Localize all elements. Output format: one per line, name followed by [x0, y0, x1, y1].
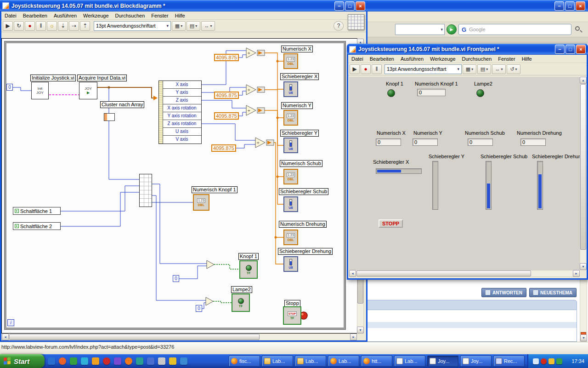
fp-maximize-button[interactable]: □ — [565, 45, 575, 54]
front-panel-canvas[interactable]: Knopf 1 Numerisch Knopf 1 0 Lampe2 Numer… — [349, 77, 580, 270]
distribute-objects-dropdown[interactable]: ▤▾ — [187, 21, 200, 31]
numeric-constant[interactable]: 4095.875 — [214, 92, 239, 99]
scroll-up-button[interactable]: ▴ — [580, 77, 587, 84]
numerisch-knopf-field[interactable]: 0 — [417, 89, 446, 96]
numeric-constant-zero[interactable]: 0 — [196, 305, 202, 312]
quicklaunch-icon[interactable] — [180, 357, 187, 365]
scroll-thumb[interactable] — [9, 334, 260, 340]
fp-close-button[interactable]: × — [576, 45, 586, 54]
menu-hilfe[interactable]: Hilfe — [172, 12, 188, 19]
knopf1-led[interactable] — [387, 89, 395, 97]
axis-row[interactable]: X axis — [159, 81, 201, 89]
numerisch-schub-field[interactable]: 0 — [468, 138, 493, 146]
acquire-input-data-vi[interactable]: JOY ▶ — [79, 82, 97, 99]
scroll-left-button[interactable]: ◂ — [2, 334, 9, 340]
scroll-down-button[interactable]: ▾ — [357, 327, 364, 334]
menu-fenster[interactable]: Fenster — [495, 55, 518, 63]
lampe2-label[interactable]: Lampe2 — [231, 286, 252, 293]
numerisch-schub-label[interactable]: Numerisch Schub — [280, 160, 322, 167]
numerisch-knopf-label[interactable]: Numerisch Knopf 1 — [192, 186, 237, 193]
menu-ausfuehren[interactable]: Ausführen — [51, 12, 80, 19]
task-button[interactable]: htt... — [361, 356, 392, 367]
numeric-constant[interactable]: 4095.875 — [214, 112, 239, 120]
resize-objects-dropdown[interactable]: ↔▾ — [492, 64, 506, 74]
task-button[interactable]: Rec... — [493, 356, 525, 367]
cluster-to-array-node[interactable] — [104, 113, 115, 121]
task-button-active[interactable]: Joy... — [427, 356, 458, 367]
axis-row[interactable]: Y axis — [159, 89, 201, 97]
menu-datei[interactable]: Datei — [1, 12, 20, 19]
task-button[interactable]: fisc... — [229, 356, 260, 367]
stopp-label[interactable]: Stopp — [284, 300, 300, 307]
pause-button[interactable]: ‖ — [372, 64, 382, 74]
quicklaunch-icon[interactable] — [158, 357, 165, 365]
quicklaunch-icon[interactable] — [70, 357, 77, 365]
numerisch-schub-terminal[interactable]: 1.23 DBL — [283, 169, 298, 184]
numerisch-y-terminal[interactable]: 1.23 DBL — [283, 110, 298, 126]
font-selector-dropdown[interactable]: 13pt Anwendungsschriftart ▾ — [94, 21, 171, 31]
scroll-thumb[interactable] — [356, 270, 531, 276]
numerisch-knopf-terminal[interactable]: 1.23 DBL — [193, 194, 209, 211]
scroll-down-button[interactable]: ▾ — [580, 334, 587, 341]
lampe2-terminal[interactable]: TF — [232, 293, 250, 312]
block-diagram-titlebar[interactable]: Joysticksteuerung 14.05.07 mit bundle.vi… — [0, 0, 368, 12]
axis-row[interactable]: Y axis rotation — [159, 112, 201, 120]
align-objects-dropdown[interactable]: ▦▾ — [463, 64, 476, 74]
fp-horizontal-scrollbar[interactable]: ◂ ▸ — [349, 270, 580, 277]
chevron-down-icon[interactable]: ▾ — [441, 27, 443, 32]
schieberegler-schub-label[interactable]: Schieberegler Schub — [279, 188, 328, 195]
schieberegler-y-label[interactable]: Schieberegler Y — [280, 130, 319, 137]
run-continuous-button[interactable]: ↻ — [14, 21, 24, 31]
help-button[interactable]: ? — [334, 21, 344, 31]
schieberegler-drehung-label[interactable]: Schieberegler Drehung — [278, 248, 333, 255]
go-button[interactable]: ▶ — [447, 24, 457, 34]
schieberegler-x-terminal[interactable]: U8 — [283, 81, 298, 97]
menu-datei[interactable]: Datei — [348, 55, 367, 63]
distribute-objects-dropdown[interactable]: ▤▾ — [477, 64, 491, 74]
index-array-node[interactable] — [139, 174, 152, 207]
forum-newtopic-button[interactable]: NEUESTHEMA — [529, 288, 577, 297]
bd-maximize-button[interactable]: □ — [345, 1, 355, 11]
schieberegler-drehung-slider[interactable] — [537, 161, 543, 210]
stopp-button[interactable]: STOPP — [379, 219, 403, 228]
block-diagram-canvas[interactable]: ÷ ÷ ÷ ÷ — [2, 39, 357, 333]
numerisch-x-field[interactable]: 0 — [376, 138, 401, 146]
browser-maximize-button[interactable]: □ — [565, 1, 575, 11]
navigation-palette[interactable] — [348, 14, 364, 30]
fp-minimize-button[interactable]: − — [555, 45, 565, 54]
task-button[interactable]: Lab... — [262, 356, 293, 367]
index-array-axis-list[interactable]: X axis Y axis Z axis X axis rotation Y a… — [158, 80, 202, 144]
initialize-joystick-vi[interactable]: Init JOY — [31, 82, 49, 99]
axis-row[interactable]: U axis — [159, 128, 201, 136]
schaltflaeche-2-terminal[interactable]: ▸ Schaltfläche 2 — [13, 222, 61, 230]
acquire-vi-label[interactable]: Acquire Input Data.vi — [77, 75, 127, 81]
scroll-thumb[interactable] — [580, 84, 586, 250]
schaltflaeche-1-terminal[interactable]: ▸ Schaltfläche 1 — [13, 207, 61, 215]
highlight-execution-icon[interactable]: ☼ — [47, 21, 57, 31]
axis-row[interactable]: X axis rotation — [159, 104, 201, 112]
security-alert-icon[interactable] — [541, 358, 547, 364]
start-button[interactable]: Start — [0, 354, 45, 368]
abort-button[interactable]: ● — [25, 21, 35, 31]
font-selector-dropdown[interactable]: 13pt Anwendungsschriftart ▾ — [384, 64, 462, 74]
bd-close-button[interactable]: × — [356, 1, 365, 11]
forum-reply-button[interactable]: ANTWORTEN — [481, 288, 526, 297]
scroll-down-button[interactable]: ▾ — [580, 263, 587, 270]
schieberegler-schub-terminal[interactable]: U8 — [283, 196, 298, 212]
numerisch-x-terminal[interactable]: 1.23 DBL — [283, 53, 298, 69]
axis-row[interactable]: V axis — [159, 136, 201, 144]
run-button[interactable]: ▶ — [3, 21, 13, 31]
knopf1-terminal[interactable]: TF — [239, 260, 258, 279]
tray-icon[interactable] — [548, 358, 554, 364]
menu-werkzeuge[interactable]: Werkzeuge — [80, 12, 112, 19]
stopp-terminal[interactable]: STOP TF — [283, 306, 301, 325]
front-panel-titlebar[interactable]: Joysticksteuerung 14.05.07 mit bundle.vi… — [347, 44, 588, 55]
reorder-dropdown[interactable]: ↺▾ — [507, 64, 520, 74]
quicklaunch-icon[interactable] — [92, 357, 99, 365]
quicklaunch-icon[interactable] — [103, 357, 110, 365]
numeric-constant-zero[interactable]: 0 — [6, 84, 13, 91]
align-objects-dropdown[interactable]: ▦▾ — [172, 21, 186, 31]
menu-durchsuchen[interactable]: Durchsuchen — [112, 12, 148, 19]
schieberegler-y-slider[interactable] — [432, 161, 438, 210]
loop-iteration-terminal[interactable]: i — [7, 319, 14, 326]
